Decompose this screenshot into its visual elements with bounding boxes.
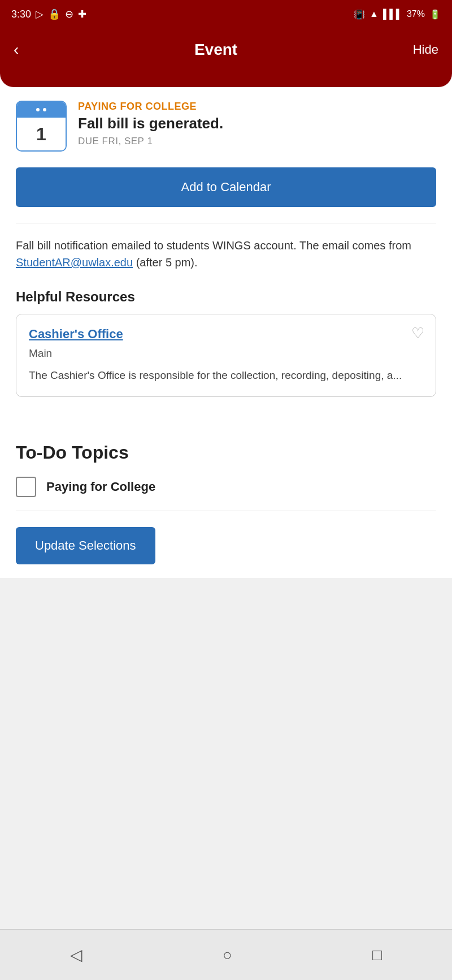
- status-time-area: 3:30 ▷ 🔒 ⊖ ✚: [11, 8, 86, 20]
- update-selections-button[interactable]: Update Selections: [16, 527, 155, 564]
- todo-item: Paying for College: [16, 477, 436, 497]
- divider-1: [16, 223, 436, 223]
- favorite-icon[interactable]: ♡: [411, 325, 424, 342]
- resource-type: Main: [29, 347, 423, 360]
- wifi-icon: ▲: [370, 9, 379, 19]
- vibrate-icon: 📳: [354, 9, 365, 20]
- desc-text-1: Fall bill notification emailed to studen…: [16, 239, 411, 252]
- header-curve: [0, 74, 452, 87]
- desc-text-2: (after 5 pm).: [133, 256, 197, 269]
- bottom-gray-area: [0, 578, 452, 981]
- helpful-resources-section: Helpful Resources ♡ Cashier's Office Mai…: [16, 289, 436, 397]
- event-due: DUE FRI, SEP 1: [78, 136, 436, 147]
- todo-label-paying: Paying for College: [46, 480, 155, 494]
- battery-icon: 🔋: [429, 9, 441, 20]
- event-description: Fall bill notification emailed to studen…: [16, 237, 436, 271]
- helpful-resources-title: Helpful Resources: [16, 289, 436, 305]
- main-content: 1 PAYING FOR COLLEGE Fall bill is genera…: [0, 87, 452, 429]
- resource-link[interactable]: Cashier's Office: [29, 327, 423, 342]
- nav-bar: ‹ Event Hide: [0, 28, 452, 74]
- calendar-icon: 1: [16, 101, 67, 152]
- resource-card: ♡ Cashier's Office Main The Cashier's Of…: [16, 314, 436, 397]
- play-icon: ▷: [36, 8, 44, 20]
- status-time: 3:30: [11, 8, 31, 20]
- event-title: Fall bill is generated.: [78, 115, 436, 132]
- add-to-calendar-button[interactable]: Add to Calendar: [16, 167, 436, 207]
- email-link[interactable]: StudentAR@uwlax.edu: [16, 256, 133, 269]
- android-back-button[interactable]: ◁: [70, 946, 82, 964]
- battery-percent: 37%: [407, 9, 425, 19]
- resource-description: The Cashier's Office is responsible for …: [29, 368, 423, 384]
- lock-icon: 🔒: [48, 8, 60, 20]
- status-bar: 3:30 ▷ 🔒 ⊖ ✚ 📳 ▲ ▌▌▌ 37% 🔋: [0, 0, 452, 28]
- status-system-area: 📳 ▲ ▌▌▌ 37% 🔋: [354, 9, 441, 20]
- page-title: Event: [194, 41, 237, 59]
- android-home-button[interactable]: ○: [223, 946, 232, 964]
- calendar-day: 1: [17, 118, 66, 150]
- android-nav-bar: ◁ ○ □: [0, 929, 452, 980]
- hide-button[interactable]: Hide: [413, 42, 438, 57]
- signal-icon: ▌▌▌: [383, 9, 402, 19]
- todo-title: To-Do Topics: [16, 442, 436, 463]
- event-info: PAYING FOR COLLEGE Fall bill is generate…: [78, 101, 436, 147]
- android-recents-button[interactable]: □: [372, 946, 382, 964]
- event-header: 1 PAYING FOR COLLEGE Fall bill is genera…: [16, 101, 436, 152]
- todo-checkbox-paying[interactable]: [16, 477, 36, 497]
- minus-circle-icon: ⊖: [65, 8, 73, 20]
- back-button[interactable]: ‹: [14, 41, 19, 59]
- todo-section: To-Do Topics Paying for College Update S…: [0, 429, 452, 578]
- event-category: PAYING FOR COLLEGE: [78, 101, 436, 113]
- medical-icon: ✚: [78, 8, 86, 20]
- todo-divider: [16, 511, 436, 511]
